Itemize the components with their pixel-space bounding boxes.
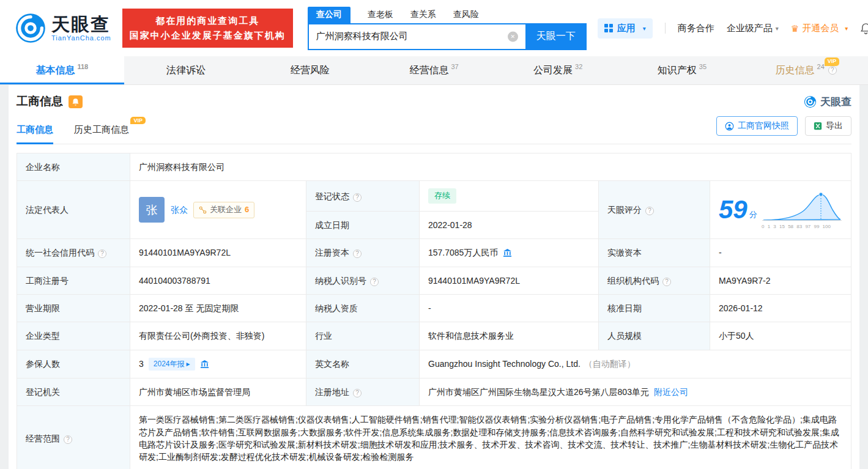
label-tianyan-score: 天眼评分?	[599, 181, 710, 239]
chevron-down-icon: ▾	[643, 25, 646, 32]
business-term-text: 2022-01-28 至 无固定期限	[139, 303, 239, 313]
tab-operating-info[interactable]: 经营信息37	[372, 56, 496, 84]
search-input[interactable]	[308, 23, 525, 50]
menu-open-vip[interactable]: ♛ 开通会员 ▾	[791, 23, 848, 34]
search-tab-risk[interactable]: 查风险	[453, 9, 479, 23]
row-term-approval: 营业期限 2022-01-28 至 无固定期限 纳税人资质 - 核准日期 202…	[17, 295, 851, 322]
label-taxpayer-qualification: 纳税人资质	[306, 295, 420, 322]
taxpayer-qualification-text: -	[428, 303, 431, 313]
legal-rep-avatar[interactable]: 张	[139, 197, 165, 223]
help-icon[interactable]: ?	[353, 249, 362, 258]
tianyancha-logo[interactable]: 天眼查 TianYanCha.com	[15, 12, 111, 44]
staff-size-text: 小于50人	[719, 331, 754, 341]
search-tab-boss[interactable]: 查老板	[368, 9, 393, 23]
row-regnumber-taxid: 工商注册号 440104003788791 纳税人识别号? 91440101MA…	[17, 267, 851, 294]
tab-history-info[interactable]: VIP 历史信息24 ?	[744, 56, 868, 84]
nearby-companies-link[interactable]: 附近公司	[654, 387, 688, 397]
reg-address-text: 广州市黄埔区广州国际生物岛星汉大道26号第八层803单元	[428, 387, 649, 397]
tab-basic-info[interactable]: 基本信息118	[0, 56, 124, 84]
label-staff-size: 人员规模	[599, 322, 710, 350]
label-business-scope: 经营范围?	[17, 406, 130, 469]
tab-intellectual-property[interactable]: 知识产权35	[620, 56, 744, 84]
tab-development-label: 公司发展	[533, 64, 573, 77]
help-icon[interactable]: ?	[370, 278, 379, 286]
tab-operating-count: 37	[451, 63, 458, 70]
label-reg-status: 登记状态?	[306, 181, 420, 212]
value-tianyan-score[interactable]: 59 分 0 1 3 15 58 83 97 99 100	[710, 181, 851, 239]
banner-line-2: 国家中小企业发展子基金旗下机构	[130, 28, 286, 43]
logo-text: 天眼查 TianYanCha.com	[51, 15, 111, 42]
tab-legal-proceedings[interactable]: 法律诉讼	[124, 56, 248, 84]
label-company-type: 企业类型	[17, 322, 130, 350]
search-tab-company[interactable]: 查公司	[308, 7, 351, 23]
search-tabs: 查公司 查老板 查关系 查风险	[308, 7, 587, 23]
apps-menu-button[interactable]: 应用 ▾	[598, 18, 653, 39]
capital-trend-icon[interactable]	[503, 248, 512, 257]
tab-history-count: 24	[817, 63, 825, 70]
subtab-history-business-info[interactable]: 历史工商信息 VIP	[74, 113, 129, 144]
label-text: 注册资本	[315, 248, 349, 257]
search-row: ✕ 天眼一下	[308, 23, 587, 50]
related-companies-tag[interactable]: 关联企业 6	[193, 202, 254, 218]
clear-search-icon[interactable]: ✕	[508, 31, 518, 42]
value-insured-count: 3 2024年报 ▸	[130, 350, 306, 378]
score-value: 59	[719, 197, 747, 223]
tab-ip-label: 知识产权	[658, 64, 697, 77]
value-reg-authority: 广州市黄埔区市场监督管理局	[130, 379, 306, 406]
label-reg-capital: 注册资本?	[306, 239, 420, 267]
section-title: 工商信息	[17, 94, 63, 109]
snapshot-camera-icon	[725, 122, 734, 131]
value-company-type: 有限责任公司(外商投资、非独资)	[130, 322, 306, 350]
value-business-scope: 第一类医疗器械销售;第二类医疗器械销售;仪器仪表销售;人工智能硬件销售;销售代理…	[130, 406, 851, 469]
label-reg-number: 工商注册号	[17, 267, 130, 294]
label-text: 纳税人识别号	[315, 276, 366, 286]
export-button[interactable]: 导出	[805, 116, 851, 136]
top-menu: 应用 ▾ 商务合作 企业级产品 ▾ ♛ 开通会员 ▾ 费米 ▾	[598, 18, 868, 39]
help-icon[interactable]: ?	[662, 278, 671, 286]
value-reg-address: 广州市黄埔区广州国际生物岛星汉大道26号第八层803单元附近公司	[420, 379, 851, 406]
value-org-code: MA9YA9R7-2	[710, 267, 851, 294]
label-industry: 行业	[306, 322, 420, 350]
menu-cooperation[interactable]: 商务合作	[678, 23, 714, 34]
insured-trend-icon[interactable]	[200, 360, 209, 369]
help-icon[interactable]: ?	[353, 389, 362, 397]
search-tab-relation[interactable]: 查关系	[410, 9, 436, 23]
subtab-history-label: 历史工商信息	[74, 124, 129, 135]
value-english-name: Guangzhou Insight Technology Co., Ltd.（自…	[420, 350, 851, 378]
label-text: 人员规模	[607, 331, 642, 341]
label-text: 英文名称	[315, 359, 349, 369]
logo-brand: 天眼查	[51, 15, 111, 34]
annual-report-badge[interactable]: 2024年报 ▸	[149, 358, 195, 371]
label-text: 实缴资本	[607, 248, 642, 257]
subtab-business-info[interactable]: 工商信息	[17, 113, 53, 144]
related-companies-label: 关联企业	[210, 204, 242, 216]
snapshot-button-label: 工商官网快照	[738, 120, 789, 131]
tab-company-development[interactable]: 公司发展32	[496, 56, 620, 84]
subscribe-bell-icon[interactable]	[69, 95, 83, 108]
tab-history-label: 历史信息	[776, 64, 815, 77]
search-button[interactable]: 天眼一下	[525, 23, 587, 50]
tab-basic-info-label: 基本信息	[35, 64, 75, 77]
help-icon[interactable]: ?	[828, 66, 837, 75]
score-number: 59 分	[719, 197, 757, 223]
help-icon[interactable]: ?	[353, 193, 362, 202]
official-snapshot-button[interactable]: 工商官网快照	[716, 116, 798, 136]
value-approval-date: 2026-01-12	[710, 295, 851, 322]
search-block: 查公司 查老板 查关系 查风险 ✕ 天眼一下	[308, 7, 587, 50]
help-icon[interactable]: ?	[64, 435, 72, 444]
label-legal-rep: 法定代表人	[17, 181, 130, 239]
logo-domain: TianYanCha.com	[51, 34, 111, 42]
notification-bell-icon[interactable]	[860, 23, 868, 34]
reg-number-text: 440104003788791	[139, 276, 210, 286]
tab-basic-info-count: 118	[77, 63, 88, 70]
label-text: 经营范围	[26, 434, 60, 443]
help-icon[interactable]: ?	[645, 207, 654, 215]
value-reg-number: 440104003788791	[130, 267, 306, 294]
menu-enterprise-products[interactable]: 企业级产品 ▾	[727, 23, 779, 34]
tab-operating-risk[interactable]: 经营风险	[248, 56, 372, 84]
label-text: 登记状态	[315, 191, 349, 201]
logo-eye-icon	[15, 12, 46, 44]
help-icon[interactable]: ?	[98, 249, 106, 258]
legal-rep-name-link[interactable]: 张众	[171, 204, 188, 216]
credit-code-text: 91440101MA9YA9R72L	[139, 248, 231, 257]
